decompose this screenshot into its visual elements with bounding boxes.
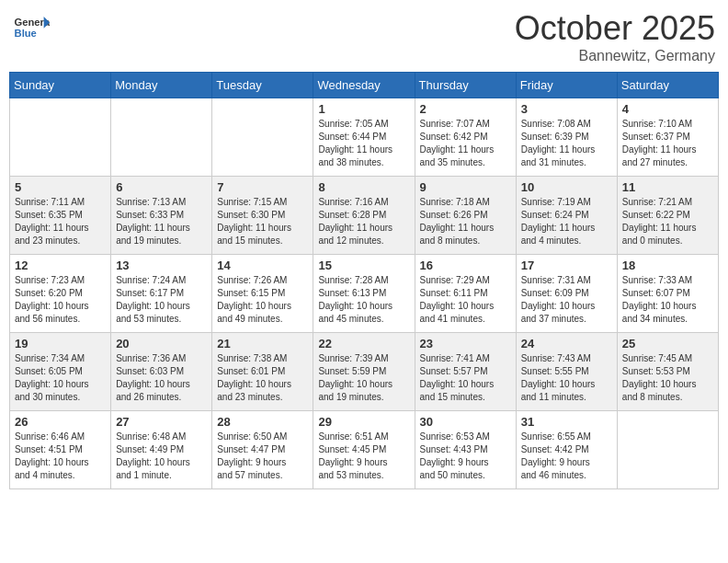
day-cell-24: 24Sunrise: 7:43 AM Sunset: 5:55 PM Dayli… — [516, 333, 617, 411]
day-detail: Sunrise: 7:24 AM Sunset: 6:17 PM Dayligh… — [116, 274, 207, 326]
day-number: 3 — [521, 102, 612, 116]
title-block: October 2025 Bannewitz, Germany — [515, 9, 715, 64]
day-detail: Sunrise: 7:45 AM Sunset: 5:53 PM Dayligh… — [622, 352, 713, 404]
day-cell-21: 21Sunrise: 7:38 AM Sunset: 6:01 PM Dayli… — [212, 333, 313, 411]
day-detail: Sunrise: 7:28 AM Sunset: 6:13 PM Dayligh… — [318, 274, 409, 326]
day-number: 5 — [15, 180, 106, 194]
month-title: October 2025 — [515, 9, 715, 48]
day-detail: Sunrise: 6:51 AM Sunset: 4:45 PM Dayligh… — [318, 431, 409, 482]
day-detail: Sunrise: 6:50 AM Sunset: 4:47 PM Dayligh… — [217, 431, 308, 482]
day-number: 2 — [420, 102, 511, 116]
day-detail: Sunrise: 7:43 AM Sunset: 5:55 PM Dayligh… — [521, 352, 612, 404]
day-cell-14: 14Sunrise: 7:26 AM Sunset: 6:15 PM Dayli… — [212, 255, 313, 333]
week-row-1: 1Sunrise: 7:05 AM Sunset: 6:44 PM Daylig… — [10, 98, 719, 177]
calendar-header-row: SundayMondayTuesdayWednesdayThursdayFrid… — [10, 73, 719, 98]
day-detail: Sunrise: 7:39 AM Sunset: 5:59 PM Dayligh… — [318, 352, 409, 404]
col-header-wednesday: Wednesday — [313, 73, 415, 98]
location-title: Bannewitz, Germany — [515, 48, 715, 64]
col-header-thursday: Thursday — [415, 73, 516, 98]
col-header-saturday: Saturday — [617, 73, 718, 98]
day-cell-26: 26Sunrise: 6:46 AM Sunset: 4:51 PM Dayli… — [10, 411, 111, 489]
day-number: 1 — [318, 102, 409, 116]
week-row-5: 26Sunrise: 6:46 AM Sunset: 4:51 PM Dayli… — [10, 411, 719, 489]
day-cell-2: 2Sunrise: 7:07 AM Sunset: 6:42 PM Daylig… — [415, 98, 516, 177]
day-detail: Sunrise: 7:13 AM Sunset: 6:33 PM Dayligh… — [116, 196, 207, 247]
day-number: 16 — [420, 259, 511, 272]
week-row-3: 12Sunrise: 7:23 AM Sunset: 6:20 PM Dayli… — [10, 255, 719, 333]
day-cell-3: 3Sunrise: 7:08 AM Sunset: 6:39 PM Daylig… — [516, 98, 617, 177]
day-cell-22: 22Sunrise: 7:39 AM Sunset: 5:59 PM Dayli… — [313, 333, 415, 411]
col-header-monday: Monday — [111, 73, 212, 98]
day-number: 12 — [15, 259, 106, 272]
day-cell-4: 4Sunrise: 7:10 AM Sunset: 6:37 PM Daylig… — [617, 98, 718, 177]
day-number: 19 — [15, 337, 106, 350]
day-detail: Sunrise: 7:29 AM Sunset: 6:11 PM Dayligh… — [420, 274, 511, 326]
day-cell-6: 6Sunrise: 7:13 AM Sunset: 6:33 PM Daylig… — [111, 177, 212, 255]
day-detail: Sunrise: 7:21 AM Sunset: 6:22 PM Dayligh… — [622, 196, 713, 247]
calendar-table: SundayMondayTuesdayWednesdayThursdayFrid… — [9, 72, 719, 489]
empty-cell — [111, 98, 212, 177]
day-detail: Sunrise: 7:16 AM Sunset: 6:28 PM Dayligh… — [318, 196, 409, 247]
day-number: 14 — [217, 259, 308, 272]
logo-icon: General Blue — [13, 9, 50, 46]
day-cell-20: 20Sunrise: 7:36 AM Sunset: 6:03 PM Dayli… — [111, 333, 212, 411]
day-cell-27: 27Sunrise: 6:48 AM Sunset: 4:49 PM Dayli… — [111, 411, 212, 489]
day-detail: Sunrise: 7:38 AM Sunset: 6:01 PM Dayligh… — [217, 352, 308, 404]
day-number: 8 — [318, 180, 409, 194]
day-number: 4 — [622, 102, 713, 116]
day-cell-25: 25Sunrise: 7:45 AM Sunset: 5:53 PM Dayli… — [617, 333, 718, 411]
day-cell-19: 19Sunrise: 7:34 AM Sunset: 6:05 PM Dayli… — [10, 333, 111, 411]
day-detail: Sunrise: 7:10 AM Sunset: 6:37 PM Dayligh… — [622, 118, 713, 169]
day-detail: Sunrise: 7:05 AM Sunset: 6:44 PM Dayligh… — [318, 118, 409, 169]
day-number: 15 — [318, 259, 409, 272]
day-detail: Sunrise: 7:31 AM Sunset: 6:09 PM Dayligh… — [521, 274, 612, 326]
day-detail: Sunrise: 6:55 AM Sunset: 4:42 PM Dayligh… — [521, 431, 612, 482]
logo: General Blue — [13, 9, 53, 46]
col-header-sunday: Sunday — [10, 73, 111, 98]
day-cell-30: 30Sunrise: 6:53 AM Sunset: 4:43 PM Dayli… — [415, 411, 516, 489]
col-header-tuesday: Tuesday — [212, 73, 313, 98]
day-number: 21 — [217, 337, 308, 350]
day-number: 27 — [116, 415, 207, 429]
day-cell-18: 18Sunrise: 7:33 AM Sunset: 6:07 PM Dayli… — [617, 255, 718, 333]
day-detail: Sunrise: 7:08 AM Sunset: 6:39 PM Dayligh… — [521, 118, 612, 169]
day-number: 9 — [420, 180, 511, 194]
day-detail: Sunrise: 7:18 AM Sunset: 6:26 PM Dayligh… — [420, 196, 511, 247]
day-cell-1: 1Sunrise: 7:05 AM Sunset: 6:44 PM Daylig… — [313, 98, 415, 177]
day-number: 24 — [521, 337, 612, 350]
day-cell-15: 15Sunrise: 7:28 AM Sunset: 6:13 PM Dayli… — [313, 255, 415, 333]
day-detail: Sunrise: 7:19 AM Sunset: 6:24 PM Dayligh… — [521, 196, 612, 247]
day-number: 31 — [521, 415, 612, 429]
day-cell-13: 13Sunrise: 7:24 AM Sunset: 6:17 PM Dayli… — [111, 255, 212, 333]
day-cell-29: 29Sunrise: 6:51 AM Sunset: 4:45 PM Dayli… — [313, 411, 415, 489]
day-cell-28: 28Sunrise: 6:50 AM Sunset: 4:47 PM Dayli… — [212, 411, 313, 489]
day-number: 17 — [521, 259, 612, 272]
day-cell-31: 31Sunrise: 6:55 AM Sunset: 4:42 PM Dayli… — [516, 411, 617, 489]
day-detail: Sunrise: 7:15 AM Sunset: 6:30 PM Dayligh… — [217, 196, 308, 247]
day-number: 28 — [217, 415, 308, 429]
empty-cell — [617, 411, 718, 489]
day-number: 25 — [622, 337, 713, 350]
day-detail: Sunrise: 6:46 AM Sunset: 4:51 PM Dayligh… — [15, 431, 106, 482]
day-cell-12: 12Sunrise: 7:23 AM Sunset: 6:20 PM Dayli… — [10, 255, 111, 333]
day-number: 18 — [622, 259, 713, 272]
day-number: 23 — [420, 337, 511, 350]
day-detail: Sunrise: 7:33 AM Sunset: 6:07 PM Dayligh… — [622, 274, 713, 326]
day-detail: Sunrise: 7:07 AM Sunset: 6:42 PM Dayligh… — [420, 118, 511, 169]
empty-cell — [10, 98, 111, 177]
day-number: 20 — [116, 337, 207, 350]
page-header: General Blue October 2025 Bannewitz, Ger… — [9, 9, 719, 64]
day-number: 26 — [15, 415, 106, 429]
day-detail: Sunrise: 7:26 AM Sunset: 6:15 PM Dayligh… — [217, 274, 308, 326]
day-number: 7 — [217, 180, 308, 194]
day-number: 13 — [116, 259, 207, 272]
day-cell-16: 16Sunrise: 7:29 AM Sunset: 6:11 PM Dayli… — [415, 255, 516, 333]
day-number: 29 — [318, 415, 409, 429]
week-row-2: 5Sunrise: 7:11 AM Sunset: 6:35 PM Daylig… — [10, 177, 719, 255]
day-detail: Sunrise: 7:41 AM Sunset: 5:57 PM Dayligh… — [420, 352, 511, 404]
day-number: 30 — [420, 415, 511, 429]
day-detail: Sunrise: 6:48 AM Sunset: 4:49 PM Dayligh… — [116, 431, 207, 482]
day-cell-8: 8Sunrise: 7:16 AM Sunset: 6:28 PM Daylig… — [313, 177, 415, 255]
day-number: 6 — [116, 180, 207, 194]
day-number: 22 — [318, 337, 409, 350]
